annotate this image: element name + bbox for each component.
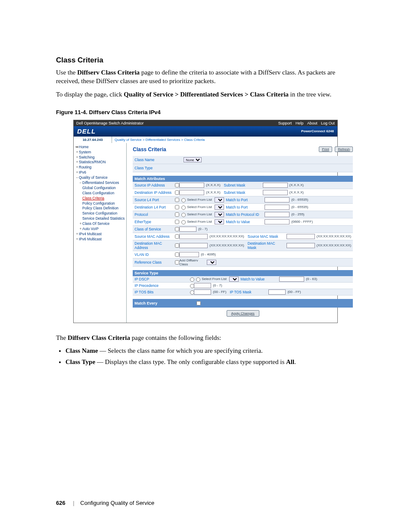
intro1-b: Diffserv Class Criteria [77, 69, 140, 76]
dl4-label: Destination L4 Port [133, 204, 173, 210]
logout-link[interactable]: Log Out [321, 121, 335, 125]
sl4-radio-list[interactable] [181, 198, 186, 202]
tree-switching[interactable]: +Switching [75, 155, 125, 160]
print-button[interactable]: Print [319, 146, 332, 152]
eth-select[interactable] [215, 219, 224, 224]
proto-input[interactable] [265, 212, 290, 217]
proto-checkbox[interactable] [175, 212, 179, 217]
content-pane: Class Criteria Print Refresh Class Name … [127, 143, 356, 323]
tree-av[interactable]: +Auto VoIP [79, 227, 125, 232]
proto-radio-list[interactable] [181, 213, 186, 217]
tree-ipv6[interactable]: +IPv6 [75, 170, 125, 175]
eth-label: EtherType [133, 219, 173, 225]
sl4-checkbox[interactable] [175, 198, 179, 202]
sip-label: Source IP Address [133, 182, 173, 188]
vlan-input[interactable] [179, 252, 199, 257]
dl4-checkbox[interactable] [175, 205, 179, 209]
dscp-radio-sfl[interactable] [196, 277, 200, 282]
vlan-checkbox[interactable] [175, 252, 179, 257]
eth-input[interactable] [265, 219, 290, 224]
match-attributes-header: Match Attributes [133, 176, 353, 182]
sip-mask-label: Subnet Mask [222, 183, 263, 187]
tree-ipv4m[interactable]: +IPv4 Multicast [75, 232, 125, 237]
eth-range: (0600 - FFFF) [290, 220, 314, 224]
smac-label: Source MAC Address [133, 233, 173, 240]
ref-select[interactable] [207, 260, 216, 265]
tree-sds[interactable]: Service Detailed Statistics [82, 216, 125, 221]
help-link[interactable]: Help [296, 121, 304, 125]
refresh-button[interactable]: Refresh [335, 146, 353, 152]
cos-checkbox[interactable] [175, 227, 179, 231]
classname-select[interactable]: None [184, 157, 202, 162]
tree-cos[interactable]: +Class Of Service [79, 221, 125, 227]
dmac-checkbox[interactable] [175, 243, 179, 248]
tree-stats[interactable]: +Statistics/RMON [75, 160, 125, 165]
sl4-label: Source L4 Port [133, 197, 173, 203]
tree-routing[interactable]: +Routing [75, 165, 125, 170]
field2-name: Class Type [65, 358, 95, 365]
tree-cc-criteria[interactable]: Class Criteria [82, 196, 125, 201]
about-link[interactable]: About [307, 121, 318, 125]
tree-ds[interactable]: −Differentiated Services [79, 180, 125, 186]
dip-checkbox[interactable] [175, 190, 179, 195]
dip-mask-input[interactable] [263, 190, 288, 195]
dscp-input[interactable] [279, 277, 304, 282]
ip-address: 10.27.64.243 [74, 137, 112, 143]
model-label: PowerConnect 6248 [301, 129, 334, 133]
crumb-cc[interactable]: Class Criteria [184, 138, 205, 142]
sl4-port-input[interactable] [265, 197, 290, 202]
smac-mask-input[interactable] [286, 234, 315, 239]
smac-checkbox[interactable] [175, 234, 179, 239]
apply-changes-button[interactable]: Apply Changes [227, 310, 259, 317]
proto-mtpi: Match to Protocol ID [224, 212, 265, 217]
sip-checkbox[interactable] [175, 183, 179, 187]
vlan-range: (0 - 4095) [199, 252, 218, 256]
dscp-select[interactable] [229, 277, 239, 282]
page-number: 626 [56, 500, 65, 506]
screenshot-figure: Dell OpenManage Switch Administrator Sup… [73, 120, 338, 323]
cos-label: Class of Service [133, 226, 173, 232]
page-footer: 626 | Configuring Quality of Service [56, 500, 154, 506]
sip-mask-input[interactable] [263, 183, 288, 188]
iptos-input[interactable] [194, 289, 211, 295]
dip-input[interactable] [179, 190, 204, 195]
tree-sc[interactable]: Service Configuration [82, 211, 125, 216]
dl4-select[interactable] [215, 205, 224, 210]
cos-input[interactable] [179, 227, 196, 232]
dl4-port-input[interactable] [265, 205, 290, 210]
service-type-header: Service Type [133, 270, 353, 276]
sl4-select[interactable] [215, 197, 224, 202]
titlebar-links: Support Help About Log Out [276, 121, 335, 125]
match-every-checkbox[interactable] [196, 301, 201, 305]
eth-radio-list[interactable] [181, 220, 186, 224]
eth-checkbox[interactable] [175, 220, 179, 224]
tree-pcd[interactable]: Policy Class Definition [82, 206, 125, 211]
field2-period: . [294, 358, 296, 365]
iptos-mask-input[interactable] [268, 289, 286, 295]
tree-gc[interactable]: Global Configuration [82, 186, 125, 191]
dl4-sfl: Select From List [187, 205, 215, 209]
dscp-radio[interactable] [190, 277, 194, 282]
iptos-mask-label: IP TOS Mask [228, 290, 268, 294]
proto-select[interactable] [215, 212, 224, 217]
ref-checkbox[interactable] [175, 260, 179, 264]
ipprec-input[interactable] [194, 283, 211, 288]
smac-input[interactable] [179, 234, 208, 239]
dmac-input[interactable] [179, 243, 208, 248]
tree-qos[interactable]: −Quality of Service [75, 175, 125, 180]
dmac-mask-label: Destination MAC Mask [246, 241, 286, 250]
crumb-qos[interactable]: Quality of Service [115, 138, 142, 142]
support-link[interactable]: Support [278, 121, 292, 125]
dscp-label: IP DSCP [133, 276, 188, 282]
dl4-radio-list[interactable] [181, 205, 186, 210]
crumb-ds[interactable]: Differentiated Services [146, 138, 180, 142]
postfig-a: The [56, 334, 68, 341]
tree-pc[interactable]: Policy Configuration [82, 201, 125, 206]
tree-system[interactable]: +System [75, 150, 125, 155]
tree-home[interactable]: ➥Home [75, 145, 125, 150]
tree-cc[interactable]: Class Configuration [82, 191, 125, 196]
sip-input[interactable] [179, 183, 204, 188]
dip-mask-label: Subnet Mask [222, 190, 263, 195]
tree-ipv6m[interactable]: +IPv6 Multicast [75, 237, 125, 242]
dmac-mask-input[interactable] [286, 243, 315, 248]
